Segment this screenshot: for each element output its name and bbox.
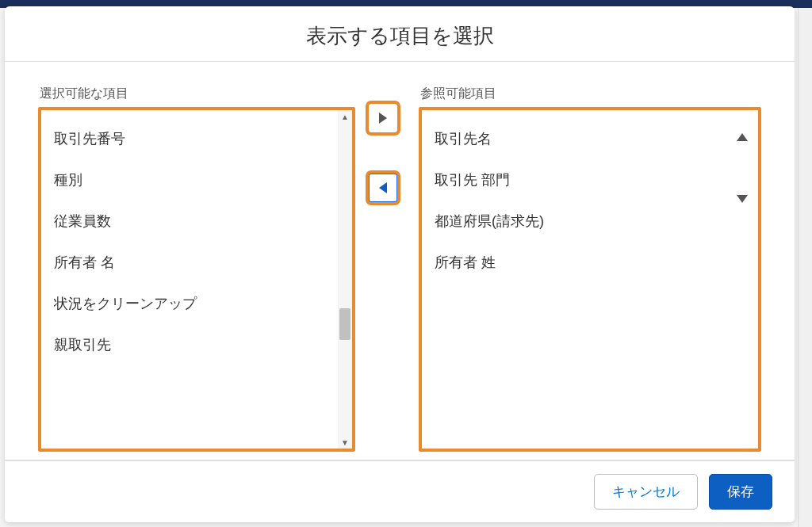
modal-body: 選択可能な項目 取引先番号 種別 従業員数 所有者 名 状況をクリーンアップ 親… bbox=[5, 62, 795, 460]
cancel-button[interactable]: キャンセル bbox=[594, 474, 698, 510]
list-item[interactable]: 従業員数 bbox=[41, 200, 336, 242]
list-item[interactable]: 親取引先 bbox=[41, 324, 336, 365]
arrow-right-icon bbox=[379, 113, 387, 124]
modal-header: 表示する項目を選択 bbox=[5, 6, 795, 62]
available-fields-column: 選択可能な項目 取引先番号 種別 従業員数 所有者 名 状況をクリーンアップ 親… bbox=[38, 86, 355, 452]
list-item[interactable]: 状況をクリーンアップ bbox=[41, 283, 336, 324]
selected-fields-label: 参照可能項目 bbox=[419, 86, 761, 102]
arrow-down-icon bbox=[737, 195, 748, 203]
move-down-button[interactable] bbox=[731, 188, 753, 210]
list-item[interactable]: 所有者 名 bbox=[41, 242, 336, 283]
selected-fields-column: 参照可能項目 取引先名 取引先 部門 都道府県(請求先) 所有者 姓 bbox=[419, 86, 761, 452]
list-item[interactable]: 都道府県(請求先) bbox=[422, 200, 726, 242]
arrow-up-icon bbox=[737, 133, 748, 141]
modal-footer: キャンセル 保存 bbox=[5, 460, 795, 522]
available-fields-label: 選択可能な項目 bbox=[38, 86, 355, 102]
available-fields-listbox[interactable]: 取引先番号 種別 従業員数 所有者 名 状況をクリーンアップ 親取引先 ▲ ▼ bbox=[38, 107, 355, 452]
scroll-down-icon[interactable]: ▼ bbox=[338, 436, 352, 449]
shuttle-controls bbox=[363, 86, 403, 452]
save-button[interactable]: 保存 bbox=[709, 474, 772, 510]
list-item[interactable]: 種別 bbox=[41, 159, 336, 200]
modal-title: 表示する項目を選択 bbox=[5, 22, 795, 50]
scroll-up-icon[interactable]: ▲ bbox=[338, 110, 352, 123]
available-fields-list: 取引先番号 種別 従業員数 所有者 名 状況をクリーンアップ 親取引先 bbox=[41, 110, 338, 449]
selected-fields-list: 取引先名 取引先 部門 都道府県(請求先) 所有者 姓 bbox=[422, 110, 726, 449]
select-fields-modal: 表示する項目を選択 選択可能な項目 取引先番号 種別 従業員数 所有者 名 状況… bbox=[5, 6, 795, 522]
list-item[interactable]: 取引先番号 bbox=[41, 118, 336, 159]
order-controls bbox=[726, 110, 758, 449]
scroll-thumb[interactable] bbox=[339, 308, 350, 340]
selected-fields-listbox[interactable]: 取引先名 取引先 部門 都道府県(請求先) 所有者 姓 bbox=[419, 107, 761, 452]
available-scrollbar[interactable]: ▲ ▼ bbox=[338, 110, 352, 449]
list-item[interactable]: 取引先 部門 bbox=[422, 159, 726, 200]
move-up-button[interactable] bbox=[731, 126, 753, 148]
remove-button[interactable] bbox=[368, 173, 398, 203]
list-item[interactable]: 所有者 姓 bbox=[422, 242, 726, 283]
list-item[interactable]: 取引先名 bbox=[422, 118, 726, 159]
arrow-left-icon bbox=[379, 182, 387, 193]
add-button[interactable] bbox=[368, 103, 398, 133]
